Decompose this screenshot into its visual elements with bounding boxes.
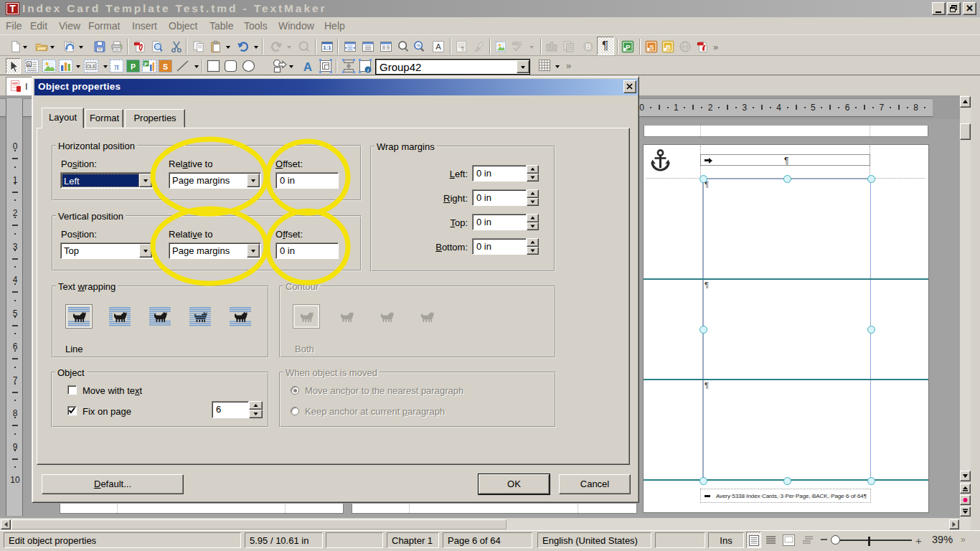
svg-text:P: P bbox=[131, 62, 136, 71]
svg-text:B: B bbox=[666, 43, 671, 51]
svg-text:A: A bbox=[27, 62, 31, 67]
svg-text:i: i bbox=[367, 67, 369, 73]
svg-text:P: P bbox=[626, 43, 631, 51]
svg-text:%: % bbox=[416, 43, 420, 48]
svg-text:¶: ¶ bbox=[461, 45, 464, 52]
svg-text:A: A bbox=[435, 42, 441, 51]
svg-text:S: S bbox=[649, 43, 654, 51]
svg-text:P: P bbox=[144, 61, 148, 67]
svg-text:OLE: OLE bbox=[86, 64, 96, 69]
svg-text:A: A bbox=[303, 60, 312, 74]
svg-text:B: B bbox=[585, 43, 591, 51]
svg-text:1:1: 1:1 bbox=[323, 44, 331, 51]
svg-text:S: S bbox=[163, 62, 168, 71]
svg-text:π: π bbox=[114, 61, 119, 72]
